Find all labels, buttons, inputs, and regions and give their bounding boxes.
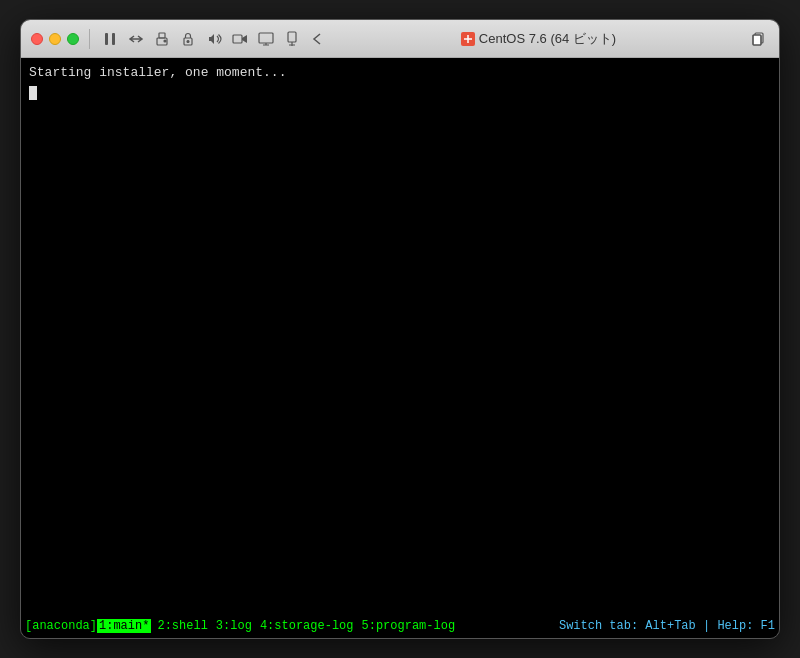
terminal-display[interactable]: Starting installer, one moment... [21, 58, 779, 614]
statusbar-tab-4[interactable]: 4:storage-log [258, 619, 356, 633]
maximize-button[interactable] [67, 33, 79, 45]
window-title: CentOS 7.6 (64 ビット) [334, 30, 743, 48]
terminal-line-1: Starting installer, one moment... [29, 64, 771, 82]
minimize-button[interactable] [49, 33, 61, 45]
svg-rect-3 [159, 33, 165, 38]
statusbar-tab-2[interactable]: 2:shell [155, 619, 209, 633]
terminal-line-2 [29, 82, 771, 100]
copy-icon[interactable] [749, 30, 769, 48]
svg-rect-1 [112, 33, 115, 45]
audio-icon[interactable] [204, 30, 224, 48]
divider-1 [89, 29, 90, 49]
svg-rect-12 [753, 35, 761, 45]
statusbar-help-text: Switch tab: Alt+Tab | Help: F1 [559, 619, 775, 633]
usb-icon[interactable] [282, 30, 302, 48]
centos-icon [461, 32, 475, 46]
statusbar-tabs: [anaconda] 1:main* 2:shell 3:log 4:stora… [25, 619, 457, 633]
vm-window: CentOS 7.6 (64 ビット) Starting installer, … [20, 19, 780, 639]
arrows-icon[interactable] [126, 30, 146, 48]
statusbar-tab-1[interactable]: 1:main* [97, 619, 151, 633]
statusbar-bracket-open: [anaconda] [25, 619, 97, 633]
statusbar-tab-3[interactable]: 3:log [214, 619, 254, 633]
statusbar-tab-5[interactable]: 5:program-log [360, 619, 458, 633]
statusbar: [anaconda] 1:main* 2:shell 3:log 4:stora… [21, 614, 779, 638]
pause-icon[interactable] [100, 30, 120, 48]
svg-point-4 [164, 40, 166, 42]
display-icon[interactable] [256, 30, 276, 48]
svg-rect-7 [233, 35, 242, 43]
window-title-text: CentOS 7.6 (64 ビット) [479, 30, 616, 48]
svg-rect-0 [105, 33, 108, 45]
print-icon[interactable] [152, 30, 172, 48]
lock-icon[interactable] [178, 30, 198, 48]
back-icon[interactable] [308, 30, 328, 48]
svg-point-6 [187, 40, 189, 42]
cursor [29, 86, 37, 100]
traffic-lights [31, 33, 79, 45]
svg-rect-8 [259, 33, 273, 43]
titlebar: CentOS 7.6 (64 ビット) [21, 20, 779, 58]
close-button[interactable] [31, 33, 43, 45]
svg-rect-9 [288, 32, 296, 42]
video-icon[interactable] [230, 30, 250, 48]
